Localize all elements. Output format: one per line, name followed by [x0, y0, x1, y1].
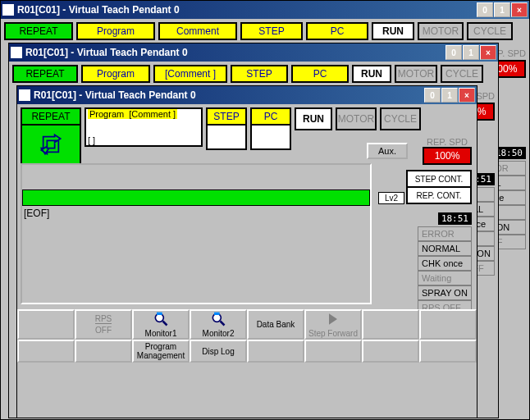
repeat-box: REPEAT — [12, 65, 78, 83]
app-icon — [19, 89, 30, 101]
run-box: RUN — [372, 22, 414, 40]
status-error[interactable]: ERROR — [418, 226, 472, 241]
title-text: R01[C01] - Virtual Teach Pendant 0 — [25, 47, 188, 58]
magnifier-icon — [210, 311, 226, 327]
editor-eof: [EOF] — [22, 206, 370, 221]
repeat-stack: REPEAT — [21, 107, 81, 165]
databank-label: Data Bank — [257, 320, 295, 329]
monitor2-button[interactable]: Monitor2 — [190, 309, 247, 340]
repspd-value: 100% — [423, 147, 472, 165]
title-text: R01[C01] - Virtual Teach Pendant 0 — [34, 89, 196, 101]
slot-b1[interactable] — [17, 340, 75, 363]
monitor1-button[interactable]: Monitor1 — [132, 309, 190, 340]
monitor1-label: Monitor1 — [145, 329, 177, 338]
slot-8[interactable] — [419, 309, 477, 340]
clock: 18:51 — [438, 212, 472, 225]
cycle-icon — [39, 133, 62, 156]
slot-b2[interactable] — [75, 340, 132, 363]
minimize-button[interactable]: 0 — [477, 2, 493, 17]
cycle-button[interactable]: CYCLE — [380, 107, 421, 130]
title-buttons: 0 1 × — [424, 88, 475, 103]
stepforward-button[interactable]: Step Forward — [304, 309, 362, 340]
comment-box: Comment — [158, 22, 237, 40]
slot-1[interactable] — [17, 309, 75, 340]
titlebar-front[interactable]: R01[C01] - Virtual Teach Pendant 0 0 1 × — [17, 86, 477, 104]
repeat-box: REPEAT — [4, 22, 73, 40]
body-front: REPEAT Program [Comment ] [ ] STEP PC RU… — [17, 104, 477, 416]
stepforward-label: Step Forward — [308, 329, 358, 338]
pc-label: PC — [250, 107, 291, 126]
step-stack: STEP — [206, 107, 247, 150]
title-buttons: 0 1 × — [477, 2, 528, 17]
slot-b5[interactable] — [247, 340, 304, 363]
cycle-box: CYCLE — [467, 22, 513, 40]
spd-label: P. SPD — [497, 48, 526, 58]
motor-box: MOTOR — [418, 22, 464, 40]
title-buttons: 0 1 × — [445, 45, 496, 60]
rps-button[interactable]: RPS OFF — [75, 309, 132, 340]
monitor2-label: Monitor2 — [203, 329, 235, 338]
editor-area[interactable]: [EOF] — [21, 163, 372, 304]
window-front[interactable]: R01[C01] - Virtual Teach Pendant 0 0 1 ×… — [16, 85, 477, 418]
displog-label: Disp Log — [202, 347, 234, 356]
step-box: STEP — [231, 65, 288, 83]
run-box: RUN — [352, 65, 391, 83]
pc-box: PC — [306, 22, 368, 40]
play-icon — [325, 311, 341, 327]
svg-line-4 — [221, 322, 225, 326]
program-value: [ ] — [88, 135, 95, 145]
slot-b6[interactable] — [304, 340, 362, 363]
program-box: Program — [76, 22, 155, 40]
status-chk[interactable]: CHK once — [418, 256, 472, 271]
pc-stack: PC — [250, 107, 291, 150]
aux-row: Aux. REP. SPD 100% — [367, 137, 472, 165]
maximize-button[interactable]: 1 — [494, 2, 510, 17]
step-box: STEP — [240, 22, 303, 40]
comment-box: [Comment ] — [153, 65, 227, 83]
databank-button[interactable]: Data Bank — [247, 309, 304, 340]
title-text: R01[C01] - Virtual Teach Pendant 0 — [17, 4, 180, 16]
maximize-button[interactable]: 1 — [463, 45, 479, 60]
status-spray[interactable]: SPRAY ON — [418, 285, 472, 300]
app-icon — [11, 47, 22, 58]
pc-value — [250, 126, 291, 150]
progmgmt-button[interactable]: Program Management — [132, 340, 190, 363]
slot-b8[interactable] — [419, 340, 477, 363]
bottom-toolbar: RPS OFF Monitor1 Monitor2 Data Bank Step… — [17, 309, 477, 416]
magnifier-icon — [153, 311, 169, 327]
close-button[interactable]: × — [511, 2, 528, 17]
repeat-label: REPEAT — [21, 107, 81, 126]
run-button[interactable]: RUN — [295, 107, 332, 130]
pc-box: PC — [291, 65, 349, 83]
repspd-label: REP. SPD — [427, 137, 468, 147]
motor-button[interactable]: MOTOR — [336, 107, 377, 130]
cont-row: Lv2 STEP CONT. REP. CONT. — [378, 170, 472, 204]
editor-highlight — [22, 189, 370, 206]
step-label: STEP — [206, 107, 247, 126]
step-cont: STEP CONT. — [406, 170, 472, 188]
status-normal[interactable]: NORMAL — [418, 241, 472, 256]
close-button[interactable]: × — [459, 88, 475, 103]
minimize-button[interactable]: 0 — [445, 45, 462, 60]
maximize-button[interactable]: 1 — [441, 88, 458, 103]
program-panel[interactable]: Program [Comment ] [ ] — [85, 107, 203, 147]
rps-off: OFF — [95, 326, 112, 335]
svg-line-1 — [163, 322, 167, 326]
slot-b7[interactable] — [362, 340, 419, 363]
progmgmt-label: Program Management — [134, 342, 188, 360]
status-front: ERROR NORMAL CHK once Waiting SPRAY ON R… — [418, 226, 472, 315]
program-box: Program — [81, 65, 150, 83]
app-icon — [2, 4, 14, 16]
titlebar-mid: R01[C01] - Virtual Teach Pendant 0 0 1 × — [9, 43, 498, 62]
slot-7[interactable] — [362, 309, 419, 340]
displog-button[interactable]: Disp Log — [190, 340, 247, 363]
status-wait[interactable]: Waiting — [418, 271, 472, 285]
close-button[interactable]: × — [480, 45, 496, 60]
titlebar-back: R01[C01] - Virtual Teach Pendant 0 0 1 × — [1, 1, 529, 19]
aux-button[interactable]: Aux. — [367, 143, 408, 159]
repeat-icon-box[interactable] — [21, 126, 81, 165]
rps-label: RPS — [95, 314, 112, 324]
minimize-button[interactable]: 0 — [424, 88, 441, 103]
program-label: Program [Comment ] — [88, 109, 177, 119]
step-value — [206, 126, 247, 150]
